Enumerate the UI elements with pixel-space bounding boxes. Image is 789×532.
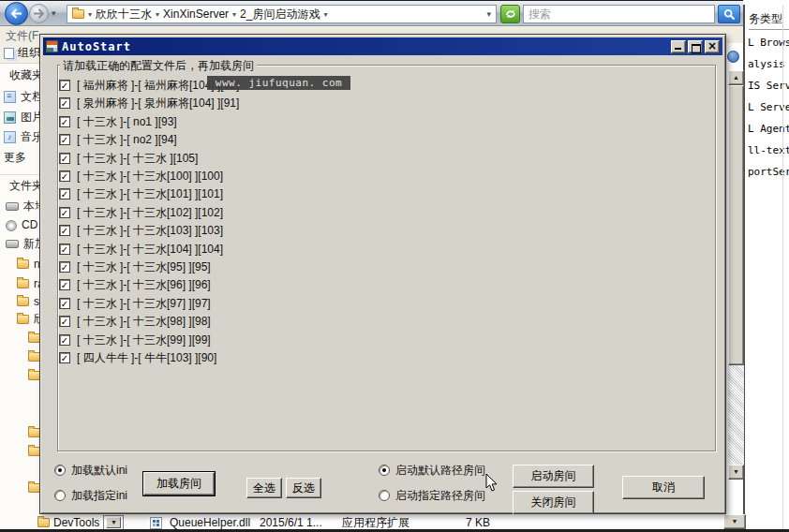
room-checkbox[interactable]: ✓	[59, 134, 70, 145]
sidebar-item-label: DevTools	[53, 516, 99, 529]
radio-label[interactable]: 启动指定路径房间	[395, 488, 485, 504]
room-checkbox[interactable]: ✓	[59, 80, 70, 91]
file-row[interactable]: QueueHelper.dll 2015/6/1 1... 应用程序扩展 7 K…	[150, 515, 572, 530]
room-row: ✓[ 四人牛牛 ]-[ 牛牛[103] ][90]	[59, 350, 216, 365]
room-checkbox[interactable]: ✓	[59, 316, 70, 327]
blue-orb-icon	[727, 51, 739, 63]
screen: 文件(F 组织 收藏夹 文档图片音乐更多 文件夹 本地CD 驱新加nerasq欣…	[0, 0, 789, 532]
address-dropdown-icon[interactable]: ▾	[486, 9, 491, 19]
invert-selection-button[interactable]: 反选	[286, 478, 321, 498]
radio-start-default-path[interactable]	[379, 465, 390, 476]
organize-button[interactable]: 组织	[18, 45, 40, 61]
room-checkbox[interactable]: ✓	[59, 207, 70, 218]
room-checkbox[interactable]: ✓	[59, 225, 70, 236]
radio-start-custom-path[interactable]	[379, 490, 390, 501]
close-room-button[interactable]: 关闭房间	[513, 491, 594, 514]
room-label: [ 四人牛牛 ]-[ 牛牛[103] ][90]	[77, 350, 216, 366]
room-checkbox[interactable]: ✓	[59, 244, 70, 255]
room-checkbox[interactable]: ✓	[59, 188, 70, 200]
services-panel: 务类型 L BrowsalysisIS ServL ServeL Agentll…	[743, 5, 789, 529]
breadcrumb-segment[interactable]: 2_房间启动游戏	[240, 7, 320, 22]
room-row: ✓[ 十三水 ]-[ 十三水[101] ][101]	[59, 186, 223, 201]
room-checkbox[interactable]: ✓	[59, 170, 70, 182]
search-input[interactable]: 搜索	[523, 5, 715, 23]
service-row[interactable]: alysis	[748, 58, 785, 70]
room-row: ✓[ 十三水 ]-[ 十三水[98] ][98]	[59, 314, 211, 329]
cd-icon	[6, 220, 17, 231]
folder-icon	[72, 9, 84, 19]
chevron-down-icon[interactable]: ▾	[323, 10, 327, 19]
back-button[interactable]	[5, 2, 28, 25]
room-row: ✓[ 十三水 ]-[ 十三水[104] ][104]	[59, 242, 223, 257]
scrollbar-thumb[interactable]	[728, 85, 744, 365]
radio-load-custom-ini[interactable]	[54, 490, 66, 501]
room-label: [ 十三水 ]-[ 十三水[98] ][98]	[77, 314, 211, 330]
navigation-toolbar: ▾ ▾ 欣欣十三水▾XinXinServer▾2_房间启动游戏▾ ▾ 搜索	[0, 0, 743, 26]
scrollbar-up-button[interactable]: ▲	[728, 70, 744, 85]
scrollbar-down-button[interactable]: ▼	[728, 465, 744, 480]
room-row: ✓[ 十三水 ]-[ 十三水[100] ][100]	[59, 169, 223, 184]
refresh-button[interactable]	[500, 5, 520, 23]
radio-label[interactable]: 启动默认路径房间	[395, 463, 485, 479]
room-row: ✓[ 十三水 ]-[ 十三水[95] ][95]	[59, 259, 211, 274]
room-label: [ 十三水 ]-[ 十三水[96] ][96]	[77, 277, 211, 293]
file-date: 2015/6/1 1...	[260, 516, 335, 529]
start-room-button[interactable]: 启动房间	[513, 465, 594, 488]
chevron-down-icon[interactable]: ▾	[232, 10, 236, 19]
room-checkbox[interactable]: ✓	[59, 97, 70, 109]
room-checkbox[interactable]: ✓	[59, 298, 70, 309]
room-label: [ 十三水 ]-[ 十三水[100] ][100]	[77, 169, 223, 185]
chevron-down-icon[interactable]: ▾	[88, 10, 92, 19]
room-row: ✓[ 十三水 ]-[ 十三水[97] ][97]	[59, 296, 211, 311]
organize-icon	[4, 48, 14, 59]
select-all-button[interactable]: 全选	[246, 478, 282, 498]
room-label: [ 十三水 ]-[ 十三水[101] ][101]	[77, 186, 223, 202]
refresh-icon	[505, 8, 516, 20]
music-icon	[4, 131, 16, 143]
breadcrumb-segment[interactable]: 欣欣十三水	[96, 7, 152, 22]
forward-arrow-icon	[33, 8, 45, 19]
folder-icon	[17, 297, 29, 306]
room-row: ✓[ 泉州麻将 ]-[ 泉州麻将[104] ][91]	[59, 96, 239, 111]
file-name: QueueHelper.dll	[170, 516, 252, 529]
room-checkbox[interactable]: ✓	[59, 153, 70, 164]
menu-file[interactable]: 文件(F	[6, 28, 38, 44]
room-checkbox[interactable]: ✓	[59, 279, 70, 290]
folder-icon	[17, 315, 29, 324]
room-checkbox[interactable]: ✓	[59, 352, 70, 363]
search-placeholder: 搜索	[528, 7, 551, 22]
chevron-down-icon[interactable]: ▾	[156, 10, 159, 19]
forward-button[interactable]	[29, 4, 49, 23]
chevron-down-icon[interactable]: ▼	[106, 517, 121, 528]
address-bar[interactable]: ▾ 欣欣十三水▾XinXinServer▾2_房间启动游戏▾ ▾	[67, 5, 497, 23]
radio-label[interactable]: 加载指定ini	[71, 488, 127, 504]
vertical-scrollbar[interactable]: ▲ ▼	[728, 70, 744, 480]
search-button[interactable]	[718, 5, 740, 23]
autostart-dialog: AutoStart 请加载正确的配置文件后，再加载房间 ✓[ 福州麻将 ]-[ …	[39, 34, 726, 514]
watermark: www. jiufuquan. com	[207, 76, 350, 90]
load-room-button[interactable]: 加载房间	[143, 472, 215, 495]
sidebar-item-label: 更多	[4, 150, 26, 166]
radio-label[interactable]: 加载默认ini	[71, 463, 127, 479]
breadcrumb: 欣欣十三水▾XinXinServer▾2_房间启动游戏▾	[96, 7, 327, 22]
pictures-icon	[4, 111, 16, 124]
room-checkbox[interactable]: ✓	[59, 116, 70, 127]
folder-icon	[17, 279, 29, 288]
mouse-cursor	[485, 474, 498, 495]
history-chevron-icon[interactable]: ▾	[52, 8, 56, 18]
radio-load-default-ini[interactable]	[54, 465, 66, 476]
scrollbar-down-button[interactable]: ▼	[723, 514, 746, 529]
room-checkbox[interactable]: ✓	[59, 334, 70, 346]
sidebar-item-devtools[interactable]: DevTools ▼	[37, 514, 124, 530]
breadcrumb-segment[interactable]: XinXinServer	[163, 7, 229, 21]
devtools-dropdown[interactable]: ▼	[103, 515, 124, 530]
cancel-button[interactable]: 取消	[622, 476, 705, 499]
room-label: [ 十三水 ]-[ 十三水[103] ][103]	[77, 223, 223, 239]
dll-file-icon	[150, 517, 162, 529]
room-list: ✓[ 福州麻将 ]-[ 福州麻将[104] ][92]✓[ 泉州麻将 ]-[ 泉…	[40, 35, 725, 513]
room-row: ✓[ 十三水 ]-[ 十三水[96] ][96]	[59, 277, 211, 292]
room-checkbox[interactable]: ✓	[59, 261, 70, 273]
room-row: ✓[ 十三水 ]-[ 十三水[99] ][99]	[59, 332, 211, 347]
disk-icon	[6, 240, 19, 248]
room-row: ✓[ 十三水 ]-[ no1 ][93]	[59, 114, 177, 129]
